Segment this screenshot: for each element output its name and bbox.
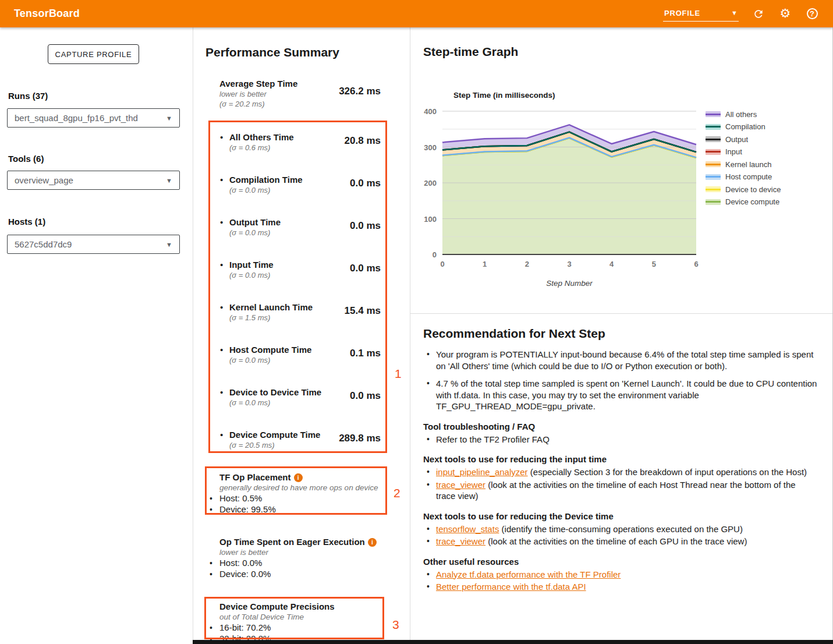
recommendation-title: Recommendation for Next Step — [423, 327, 817, 341]
chevron-down-icon: ▼ — [166, 177, 172, 184]
svg-text:100: 100 — [424, 215, 437, 224]
capture-profile-button[interactable]: CAPTURE PROFILE — [48, 44, 139, 64]
link-trace-viewer[interactable]: trace_viewer — [436, 536, 485, 546]
bullet: • — [427, 581, 430, 593]
group-heading-next-tools-to-use-for-reducing-the-device-time: Next tools to use for reducing the Devic… — [423, 511, 817, 522]
hosts-select[interactable]: 5627c5dd7dc9 ▼ — [7, 235, 180, 254]
performance-summary-title: Performance Summary — [205, 45, 339, 59]
svg-text:Step Number: Step Number — [546, 279, 593, 288]
legend-swatch — [706, 124, 721, 130]
legend-swatch — [706, 174, 721, 180]
metric-sigma: (σ = 20.2 ms) — [219, 99, 297, 109]
legend-label: Device compute — [725, 197, 779, 206]
link-trace-viewer[interactable]: trace_viewer — [436, 480, 485, 490]
legend-swatch — [706, 111, 721, 117]
section-item: •Host: 0.0% — [209, 558, 388, 569]
svg-text:Step Time (in milliseconds): Step Time (in milliseconds) — [453, 91, 555, 100]
svg-text:6: 6 — [694, 260, 698, 268]
gear-icon[interactable]: ⚙ — [778, 7, 792, 21]
bullet: • — [427, 536, 430, 547]
section-title: Op Time Spent on Eager Executioni — [209, 536, 388, 547]
legend-label: All others — [725, 110, 757, 119]
section-item: •Device: 0.0% — [209, 569, 388, 580]
legend-swatch — [706, 149, 721, 155]
bullet: • — [427, 479, 430, 491]
performance-summary-panel: Performance Summary Average Step Time lo… — [193, 27, 410, 644]
runs-select[interactable]: bert_squad_8gpu_fp16_pvt_thd ▼ — [7, 108, 180, 128]
runs-label: Runs (37) — [8, 91, 48, 101]
bullet: • — [427, 569, 430, 581]
legend-swatch — [706, 161, 721, 167]
tensorboard-profile-page: TensorBoard PROFILE ▼ ⚙ ? CAPTURE PROFIL… — [0, 0, 833, 644]
legend-swatch — [706, 136, 721, 142]
legend-item-device-to-device: Device to device — [706, 185, 781, 193]
tools-select[interactable]: overview_page ▼ — [7, 171, 180, 190]
legend-item-output: Output — [706, 135, 781, 143]
bullet: • — [427, 434, 430, 445]
link-input-pipeline-analyzer[interactable]: input_pipeline_analyzer — [436, 467, 528, 477]
legend-item-kernel-launch: Kernel launch — [706, 160, 781, 168]
annotation-box-1 — [208, 121, 387, 453]
link-better-performance-with-the-tf-data-api[interactable]: Better performance with the tf.data API — [436, 582, 586, 592]
svg-text:1: 1 — [483, 260, 487, 268]
dashboard-select[interactable]: PROFILE ▼ — [663, 6, 739, 22]
section-subtitle: lower is better — [209, 547, 388, 558]
tools-label: Tools (6) — [8, 154, 44, 164]
svg-text:0: 0 — [433, 250, 437, 259]
legend-swatch — [706, 199, 721, 205]
bullet: • — [210, 569, 212, 580]
recommendation-body: •Your program is POTENTIALLY input-bound… — [423, 349, 817, 593]
legend-label: Input — [725, 147, 742, 156]
svg-text:3: 3 — [567, 260, 571, 268]
group-heading-next-tools-to-use-for-reducing-the-input-time: Next tools to use for reducing the input… — [423, 454, 817, 465]
bullet: • — [427, 523, 430, 535]
hosts-label: Hosts (1) — [8, 217, 45, 227]
annotation-label-3: 3 — [392, 618, 399, 632]
group-heading-other-useful-resources: Other useful resources — [423, 556, 817, 567]
legend-item-host-compute: Host compute — [706, 173, 781, 181]
bullet: • — [427, 378, 430, 390]
bullet: • — [210, 558, 212, 569]
svg-text:200: 200 — [424, 179, 437, 187]
metric-value: 326.2 ms — [339, 86, 381, 109]
sidebar: CAPTURE PROFILE Runs (37) bert_squad_8gp… — [0, 27, 193, 644]
bullet: • — [427, 466, 430, 478]
link-analyze-tf-data-performance-with-the-tf-profiler[interactable]: Analyze tf.data performance with the TF … — [436, 569, 621, 579]
legend-swatch — [706, 186, 721, 192]
group-item: •trace_viewer (look at the activities on… — [423, 479, 817, 502]
group-item: •trace_viewer (look at the activities on… — [423, 536, 817, 547]
average-step-time-row: Average Step Time lower is better (σ = 2… — [219, 79, 381, 109]
svg-text:4: 4 — [609, 260, 614, 268]
legend-label: Compilation — [725, 122, 765, 131]
app-header: TensorBoard PROFILE ▼ ⚙ ? — [0, 0, 833, 27]
recommendation-bullet: •Your program is POTENTIALLY input-bound… — [423, 349, 817, 371]
info-icon[interactable]: i — [368, 538, 377, 547]
header-actions: PROFILE ▼ ⚙ ? — [663, 6, 819, 22]
help-icon[interactable]: ? — [805, 7, 819, 21]
link-tensorflow-stats[interactable]: tensorflow_stats — [436, 524, 499, 534]
hosts-select-value: 5627c5dd7dc9 — [15, 239, 72, 249]
chevron-down-icon: ▼ — [166, 115, 172, 122]
app-title: TensorBoard — [14, 8, 80, 20]
runs-select-value: bert_squad_8gpu_fp16_pvt_thd — [15, 113, 138, 123]
legend-label: Kernel launch — [725, 160, 772, 169]
metric-note: lower is better — [219, 89, 297, 99]
group-item: •input_pipeline_analyzer (especially Sec… — [423, 466, 817, 478]
bottom-edge — [193, 640, 833, 644]
legend-item-input: Input — [706, 148, 781, 156]
group-item: •Refer to the TF2 Profiler FAQ — [423, 434, 817, 445]
annotation-label-1: 1 — [395, 367, 402, 381]
metric-label: Average Step Time — [219, 79, 297, 89]
annotation-label-2: 2 — [394, 486, 400, 500]
group-heading-tool-troubleshooting-faq: Tool troubleshooting / FAQ — [423, 421, 817, 432]
bullet: • — [427, 349, 430, 360]
refresh-icon[interactable] — [752, 7, 765, 21]
tools-select-value: overview_page — [15, 175, 73, 185]
group-item: •Better performance with the tf.data API — [423, 581, 817, 593]
legend-item-all-others: All others — [706, 110, 781, 118]
legend-item-device-compute: Device compute — [706, 198, 781, 206]
chevron-down-icon: ▼ — [166, 241, 172, 248]
recommendation-bullet: •4.7 % of the total step time sampled is… — [423, 378, 817, 412]
section-op-time-spent-on-eager-execution: Op Time Spent on Eager Executionilower i… — [209, 536, 388, 579]
legend-label: Device to device — [725, 185, 781, 194]
